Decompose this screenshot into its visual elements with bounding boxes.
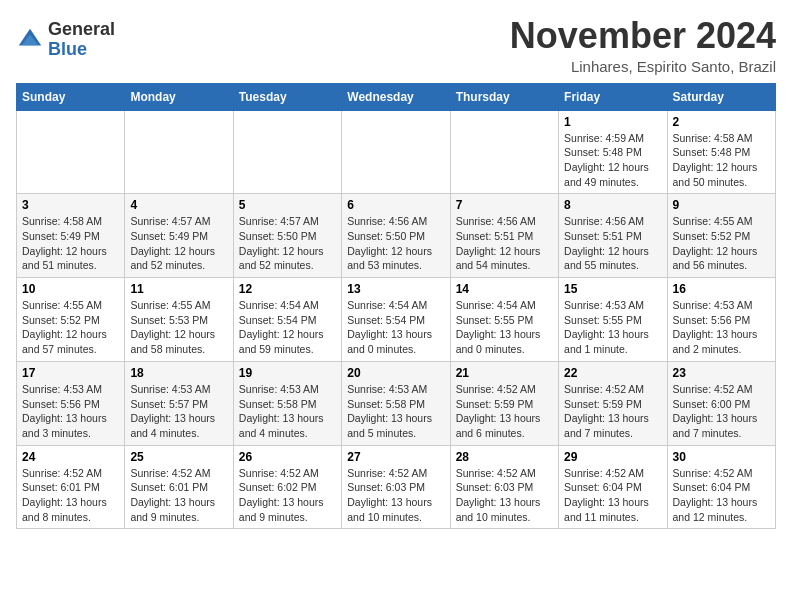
day-info: Sunrise: 4:55 AM Sunset: 5:52 PM Dayligh…	[22, 298, 119, 357]
day-info: Sunrise: 4:52 AM Sunset: 6:01 PM Dayligh…	[22, 466, 119, 525]
day-number: 18	[130, 366, 227, 380]
weekday-header-saturday: Saturday	[667, 83, 775, 110]
day-info: Sunrise: 4:54 AM Sunset: 5:54 PM Dayligh…	[347, 298, 444, 357]
day-cell: 4Sunrise: 4:57 AM Sunset: 5:49 PM Daylig…	[125, 194, 233, 278]
calendar-table: SundayMondayTuesdayWednesdayThursdayFrid…	[16, 83, 776, 530]
day-info: Sunrise: 4:52 AM Sunset: 6:01 PM Dayligh…	[130, 466, 227, 525]
weekday-header-friday: Friday	[559, 83, 667, 110]
day-cell: 8Sunrise: 4:56 AM Sunset: 5:51 PM Daylig…	[559, 194, 667, 278]
day-cell: 15Sunrise: 4:53 AM Sunset: 5:55 PM Dayli…	[559, 278, 667, 362]
day-info: Sunrise: 4:53 AM Sunset: 5:56 PM Dayligh…	[673, 298, 770, 357]
day-info: Sunrise: 4:52 AM Sunset: 5:59 PM Dayligh…	[456, 382, 553, 441]
day-number: 13	[347, 282, 444, 296]
day-cell: 30Sunrise: 4:52 AM Sunset: 6:04 PM Dayli…	[667, 445, 775, 529]
day-info: Sunrise: 4:52 AM Sunset: 6:03 PM Dayligh…	[347, 466, 444, 525]
day-number: 10	[22, 282, 119, 296]
weekday-header-wednesday: Wednesday	[342, 83, 450, 110]
day-info: Sunrise: 4:53 AM Sunset: 5:58 PM Dayligh…	[239, 382, 336, 441]
logo-general-text: General	[48, 19, 115, 39]
day-info: Sunrise: 4:55 AM Sunset: 5:53 PM Dayligh…	[130, 298, 227, 357]
day-info: Sunrise: 4:55 AM Sunset: 5:52 PM Dayligh…	[673, 214, 770, 273]
page-header: General Blue November 2024 Linhares, Esp…	[16, 16, 776, 75]
day-number: 3	[22, 198, 119, 212]
day-cell: 25Sunrise: 4:52 AM Sunset: 6:01 PM Dayli…	[125, 445, 233, 529]
day-cell: 18Sunrise: 4:53 AM Sunset: 5:57 PM Dayli…	[125, 361, 233, 445]
day-cell: 22Sunrise: 4:52 AM Sunset: 5:59 PM Dayli…	[559, 361, 667, 445]
day-info: Sunrise: 4:54 AM Sunset: 5:55 PM Dayligh…	[456, 298, 553, 357]
day-cell: 14Sunrise: 4:54 AM Sunset: 5:55 PM Dayli…	[450, 278, 558, 362]
day-cell: 16Sunrise: 4:53 AM Sunset: 5:56 PM Dayli…	[667, 278, 775, 362]
day-info: Sunrise: 4:56 AM Sunset: 5:51 PM Dayligh…	[456, 214, 553, 273]
day-number: 26	[239, 450, 336, 464]
day-number: 16	[673, 282, 770, 296]
day-cell: 9Sunrise: 4:55 AM Sunset: 5:52 PM Daylig…	[667, 194, 775, 278]
week-row-1: 1Sunrise: 4:59 AM Sunset: 5:48 PM Daylig…	[17, 110, 776, 194]
day-info: Sunrise: 4:53 AM Sunset: 5:57 PM Dayligh…	[130, 382, 227, 441]
title-block: November 2024 Linhares, Espirito Santo, …	[510, 16, 776, 75]
day-cell: 26Sunrise: 4:52 AM Sunset: 6:02 PM Dayli…	[233, 445, 341, 529]
day-info: Sunrise: 4:54 AM Sunset: 5:54 PM Dayligh…	[239, 298, 336, 357]
month-title: November 2024	[510, 16, 776, 56]
day-number: 27	[347, 450, 444, 464]
day-number: 5	[239, 198, 336, 212]
day-info: Sunrise: 4:58 AM Sunset: 5:49 PM Dayligh…	[22, 214, 119, 273]
day-cell: 21Sunrise: 4:52 AM Sunset: 5:59 PM Dayli…	[450, 361, 558, 445]
day-number: 23	[673, 366, 770, 380]
day-cell: 7Sunrise: 4:56 AM Sunset: 5:51 PM Daylig…	[450, 194, 558, 278]
day-info: Sunrise: 4:52 AM Sunset: 6:02 PM Dayligh…	[239, 466, 336, 525]
week-row-4: 17Sunrise: 4:53 AM Sunset: 5:56 PM Dayli…	[17, 361, 776, 445]
weekday-header-monday: Monday	[125, 83, 233, 110]
logo-blue-text: Blue	[48, 39, 87, 59]
day-info: Sunrise: 4:57 AM Sunset: 5:49 PM Dayligh…	[130, 214, 227, 273]
day-number: 1	[564, 115, 661, 129]
day-number: 15	[564, 282, 661, 296]
day-number: 28	[456, 450, 553, 464]
day-cell: 27Sunrise: 4:52 AM Sunset: 6:03 PM Dayli…	[342, 445, 450, 529]
weekday-header-tuesday: Tuesday	[233, 83, 341, 110]
weekday-header-sunday: Sunday	[17, 83, 125, 110]
day-info: Sunrise: 4:56 AM Sunset: 5:50 PM Dayligh…	[347, 214, 444, 273]
day-cell: 6Sunrise: 4:56 AM Sunset: 5:50 PM Daylig…	[342, 194, 450, 278]
day-cell: 13Sunrise: 4:54 AM Sunset: 5:54 PM Dayli…	[342, 278, 450, 362]
day-cell: 1Sunrise: 4:59 AM Sunset: 5:48 PM Daylig…	[559, 110, 667, 194]
day-cell	[17, 110, 125, 194]
day-number: 4	[130, 198, 227, 212]
day-cell: 23Sunrise: 4:52 AM Sunset: 6:00 PM Dayli…	[667, 361, 775, 445]
day-info: Sunrise: 4:52 AM Sunset: 6:04 PM Dayligh…	[673, 466, 770, 525]
day-number: 30	[673, 450, 770, 464]
day-info: Sunrise: 4:52 AM Sunset: 6:04 PM Dayligh…	[564, 466, 661, 525]
day-number: 24	[22, 450, 119, 464]
day-cell: 17Sunrise: 4:53 AM Sunset: 5:56 PM Dayli…	[17, 361, 125, 445]
day-cell: 24Sunrise: 4:52 AM Sunset: 6:01 PM Dayli…	[17, 445, 125, 529]
day-info: Sunrise: 4:53 AM Sunset: 5:55 PM Dayligh…	[564, 298, 661, 357]
day-number: 2	[673, 115, 770, 129]
day-info: Sunrise: 4:52 AM Sunset: 6:03 PM Dayligh…	[456, 466, 553, 525]
day-number: 6	[347, 198, 444, 212]
day-number: 21	[456, 366, 553, 380]
day-cell: 28Sunrise: 4:52 AM Sunset: 6:03 PM Dayli…	[450, 445, 558, 529]
day-number: 20	[347, 366, 444, 380]
day-cell: 5Sunrise: 4:57 AM Sunset: 5:50 PM Daylig…	[233, 194, 341, 278]
day-info: Sunrise: 4:52 AM Sunset: 6:00 PM Dayligh…	[673, 382, 770, 441]
day-cell: 19Sunrise: 4:53 AM Sunset: 5:58 PM Dayli…	[233, 361, 341, 445]
day-cell	[125, 110, 233, 194]
day-cell	[450, 110, 558, 194]
logo: General Blue	[16, 20, 115, 60]
week-row-3: 10Sunrise: 4:55 AM Sunset: 5:52 PM Dayli…	[17, 278, 776, 362]
week-row-2: 3Sunrise: 4:58 AM Sunset: 5:49 PM Daylig…	[17, 194, 776, 278]
day-info: Sunrise: 4:59 AM Sunset: 5:48 PM Dayligh…	[564, 131, 661, 190]
weekday-header-row: SundayMondayTuesdayWednesdayThursdayFrid…	[17, 83, 776, 110]
week-row-5: 24Sunrise: 4:52 AM Sunset: 6:01 PM Dayli…	[17, 445, 776, 529]
day-info: Sunrise: 4:58 AM Sunset: 5:48 PM Dayligh…	[673, 131, 770, 190]
day-cell: 10Sunrise: 4:55 AM Sunset: 5:52 PM Dayli…	[17, 278, 125, 362]
day-cell: 11Sunrise: 4:55 AM Sunset: 5:53 PM Dayli…	[125, 278, 233, 362]
day-info: Sunrise: 4:56 AM Sunset: 5:51 PM Dayligh…	[564, 214, 661, 273]
day-info: Sunrise: 4:53 AM Sunset: 5:56 PM Dayligh…	[22, 382, 119, 441]
weekday-header-thursday: Thursday	[450, 83, 558, 110]
day-number: 29	[564, 450, 661, 464]
logo-icon	[16, 26, 44, 54]
day-number: 11	[130, 282, 227, 296]
day-number: 9	[673, 198, 770, 212]
day-number: 19	[239, 366, 336, 380]
day-cell: 12Sunrise: 4:54 AM Sunset: 5:54 PM Dayli…	[233, 278, 341, 362]
